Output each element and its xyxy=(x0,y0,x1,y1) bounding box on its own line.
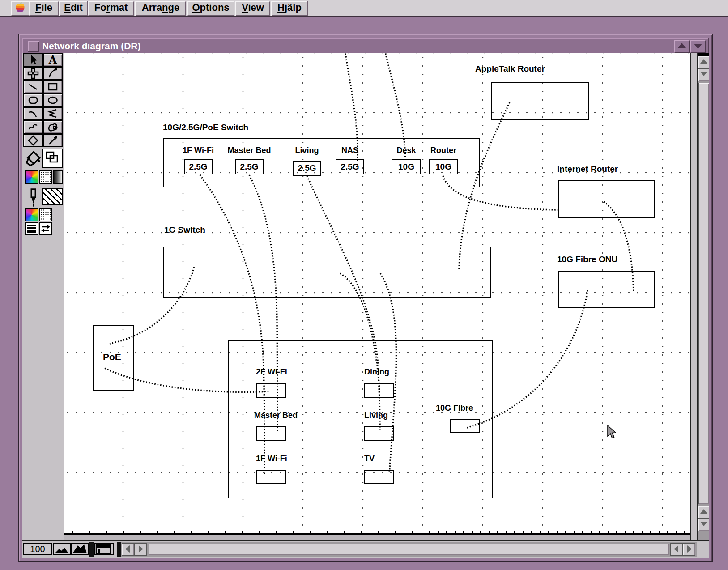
status-bar: 100 xyxy=(22,540,709,558)
svg-text:A: A xyxy=(48,54,57,66)
fill-bucket-icon[interactable] xyxy=(24,149,42,167)
triangle-down-icon xyxy=(694,44,702,49)
ellipse-icon xyxy=(44,94,62,106)
arrowheads-button[interactable] xyxy=(39,222,52,235)
poe-label: PoE xyxy=(103,352,121,362)
scroll-down-button-bottom[interactable] xyxy=(698,519,709,531)
scroll-left-button-right[interactable] xyxy=(670,543,683,556)
apple-menu[interactable] xyxy=(11,1,30,16)
vertical-scroll-thumb[interactable] xyxy=(698,83,709,504)
collapse-window-button[interactable] xyxy=(690,40,706,53)
port-box[interactable]: 2.5G xyxy=(293,161,321,176)
freehand-tool[interactable] xyxy=(23,120,43,134)
poe-box[interactable]: PoE xyxy=(93,325,134,391)
scroll-right-button[interactable] xyxy=(134,543,147,556)
title-bar[interactable]: Network diagram (DR) xyxy=(22,38,709,54)
zoom-window-button[interactable] xyxy=(674,40,690,53)
fill-gradient-swatch[interactable] xyxy=(53,170,63,184)
menu-format[interactable]: Format xyxy=(88,1,134,16)
room-item-box[interactable] xyxy=(256,426,286,441)
port-box[interactable]: 10G xyxy=(429,159,458,174)
vertical-scrollbar[interactable] xyxy=(697,53,709,540)
room-item-box[interactable] xyxy=(364,383,394,398)
panels-button[interactable] xyxy=(94,543,114,555)
room-item-label: 2F Wi-Fi xyxy=(256,367,287,377)
port-box[interactable]: 2.5G xyxy=(235,159,264,174)
small-mountain-icon xyxy=(54,544,70,554)
menu-file[interactable]: File xyxy=(29,1,59,16)
port-box[interactable]: 2.5G xyxy=(184,159,213,174)
eyedropper-tool[interactable] xyxy=(43,134,63,147)
internet-router-box[interactable] xyxy=(558,180,655,218)
onu-box[interactable] xyxy=(558,271,655,308)
polygon-tool[interactable] xyxy=(43,107,63,120)
separator xyxy=(89,542,94,557)
pen-nib-icon[interactable] xyxy=(26,187,40,207)
menu-view[interactable]: View xyxy=(235,1,270,16)
menu-help[interactable]: Hjälp xyxy=(271,1,308,16)
appletalk-router-label: AppleTalk Router xyxy=(475,64,545,74)
scroll-up-button-bottom[interactable] xyxy=(698,506,709,519)
rectangle-tool[interactable] xyxy=(43,80,63,94)
scroll-up-button[interactable] xyxy=(698,56,709,68)
room-item-label: Living xyxy=(364,411,388,420)
polygon-icon xyxy=(44,108,62,119)
ellipse-tool[interactable] xyxy=(43,94,63,107)
move-tool[interactable] xyxy=(23,67,43,80)
port-box[interactable]: 10G xyxy=(392,159,421,174)
big-mountain-icon xyxy=(72,544,88,554)
horizontal-scroll-thumb[interactable] xyxy=(149,544,669,555)
fibre-box[interactable] xyxy=(450,419,480,433)
port-box[interactable]: 2.5G xyxy=(336,159,364,174)
fill-color-swatch[interactable] xyxy=(25,170,38,184)
port-label: Living xyxy=(295,146,319,155)
scroll-left-button[interactable] xyxy=(122,543,134,556)
freeform-closed-tool[interactable] xyxy=(43,120,63,134)
eyedropper-icon xyxy=(44,135,62,146)
drawing-canvas[interactable]: AppleTalk Router 10G/2.5G/PoE Switch 1F … xyxy=(64,53,690,531)
switch-10g-label: 10G/2.5G/PoE Switch xyxy=(163,123,248,132)
menu-edit[interactable]: Edit xyxy=(59,1,88,16)
menu-arrange[interactable]: Arrange xyxy=(135,1,186,16)
room-item-box[interactable] xyxy=(256,383,286,398)
menu-options[interactable]: Options xyxy=(187,1,234,16)
pointer-tool[interactable] xyxy=(23,53,43,67)
pen-curve-icon xyxy=(44,68,62,79)
room-item-box[interactable] xyxy=(256,470,286,484)
mouse-cursor xyxy=(606,425,617,440)
switch-1g-box[interactable] xyxy=(163,247,491,298)
fill-style-indicator[interactable] xyxy=(42,149,63,168)
horizontal-scrollbar[interactable] xyxy=(121,542,697,557)
appletalk-router-box[interactable] xyxy=(491,82,589,120)
room-item-box[interactable] xyxy=(364,470,394,484)
arrow-down-icon xyxy=(700,72,707,76)
scroll-down-button[interactable] xyxy=(698,68,709,81)
bottom-ruler xyxy=(64,531,690,535)
line-tool[interactable] xyxy=(23,80,43,94)
room-item-box[interactable] xyxy=(364,426,394,441)
line-style-indicator[interactable] xyxy=(42,188,63,205)
line-width-button[interactable] xyxy=(25,222,38,235)
text-tool[interactable]: A xyxy=(43,53,63,67)
rectangle-icon xyxy=(44,81,62,93)
zoom-out-button[interactable] xyxy=(53,543,71,555)
zoom-in-button[interactable] xyxy=(71,543,89,555)
arc-tool[interactable] xyxy=(23,107,43,120)
line-icon xyxy=(24,81,42,93)
zoom-level-indicator[interactable]: 100 xyxy=(23,543,52,555)
close-button[interactable] xyxy=(28,41,39,52)
scroll-right-button-right[interactable] xyxy=(683,543,695,556)
pen-color-swatch[interactable] xyxy=(25,208,38,221)
fill-pattern-swatch[interactable] xyxy=(39,170,52,184)
room-item-label: Dining xyxy=(364,367,389,377)
triangle-up-icon xyxy=(678,43,686,48)
diamond-icon xyxy=(24,135,42,146)
freeform-closed-icon xyxy=(44,121,62,133)
canvas-viewport: AppleTalk Router 10G/2.5G/PoE Switch 1F … xyxy=(64,53,691,540)
pen-curve-tool[interactable] xyxy=(43,67,63,80)
text-icon: A xyxy=(44,54,62,66)
pen-pattern-swatch[interactable] xyxy=(39,208,52,221)
app-window: Network diagram (DR) A xyxy=(18,34,713,562)
rounded-rect-tool[interactable] xyxy=(23,94,43,107)
diamond-tool[interactable] xyxy=(23,134,43,147)
